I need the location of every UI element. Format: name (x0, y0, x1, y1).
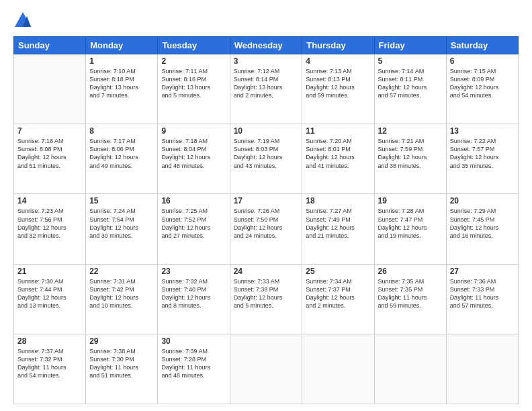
calendar-cell: 4Sunrise: 7:13 AM Sunset: 8:13 PM Daylig… (302, 54, 374, 124)
day-info: Sunrise: 7:12 AM Sunset: 8:14 PM Dayligh… (234, 67, 299, 100)
day-info: Sunrise: 7:13 AM Sunset: 8:13 PM Dayligh… (306, 67, 370, 100)
day-info: Sunrise: 7:15 AM Sunset: 8:09 PM Dayligh… (450, 67, 515, 100)
day-number: 18 (306, 196, 370, 205)
day-number: 12 (378, 126, 443, 136)
day-info: Sunrise: 7:11 AM Sunset: 8:16 PM Dayligh… (161, 67, 226, 100)
day-number: 24 (234, 267, 299, 276)
day-info: Sunrise: 7:18 AM Sunset: 8:04 PM Dayligh… (161, 137, 226, 170)
day-info: Sunrise: 7:27 AM Sunset: 7:49 PM Dayligh… (306, 207, 370, 240)
day-info: Sunrise: 7:33 AM Sunset: 7:38 PM Dayligh… (234, 277, 299, 310)
day-info: Sunrise: 7:22 AM Sunset: 7:57 PM Dayligh… (450, 137, 515, 170)
calendar-cell: 16Sunrise: 7:25 AM Sunset: 7:52 PM Dayli… (158, 194, 230, 264)
calendar-cell: 1Sunrise: 7:10 AM Sunset: 8:18 PM Daylig… (86, 54, 158, 124)
day-info: Sunrise: 7:19 AM Sunset: 8:03 PM Dayligh… (234, 137, 299, 170)
day-number: 30 (161, 336, 226, 346)
calendar-week-3: 14Sunrise: 7:23 AM Sunset: 7:56 PM Dayli… (14, 194, 519, 264)
calendar-cell: 23Sunrise: 7:32 AM Sunset: 7:40 PM Dayli… (158, 264, 230, 334)
day-info: Sunrise: 7:38 AM Sunset: 7:30 PM Dayligh… (89, 347, 154, 380)
day-number: 4 (306, 56, 370, 66)
day-info: Sunrise: 7:14 AM Sunset: 8:11 PM Dayligh… (378, 67, 443, 100)
calendar-week-4: 21Sunrise: 7:30 AM Sunset: 7:44 PM Dayli… (14, 264, 519, 334)
day-number: 5 (378, 56, 443, 66)
day-number: 21 (17, 267, 82, 276)
calendar-cell: 22Sunrise: 7:31 AM Sunset: 7:42 PM Dayli… (86, 264, 158, 334)
calendar-cell: 3Sunrise: 7:12 AM Sunset: 8:14 PM Daylig… (230, 54, 302, 124)
day-info: Sunrise: 7:23 AM Sunset: 7:56 PM Dayligh… (17, 207, 82, 240)
day-info: Sunrise: 7:37 AM Sunset: 7:32 PM Dayligh… (17, 347, 82, 380)
day-number: 1 (89, 56, 154, 66)
calendar-cell: 8Sunrise: 7:17 AM Sunset: 8:06 PM Daylig… (86, 124, 158, 194)
calendar-cell: 9Sunrise: 7:18 AM Sunset: 8:04 PM Daylig… (158, 124, 230, 194)
day-info: Sunrise: 7:30 AM Sunset: 7:44 PM Dayligh… (17, 277, 82, 310)
calendar-cell: 14Sunrise: 7:23 AM Sunset: 7:56 PM Dayli… (14, 194, 86, 264)
day-number: 17 (234, 196, 299, 205)
calendar-cell: 20Sunrise: 7:29 AM Sunset: 7:45 PM Dayli… (446, 194, 518, 264)
calendar-header-row: SundayMondayTuesdayWednesdayThursdayFrid… (14, 37, 519, 54)
day-info: Sunrise: 7:21 AM Sunset: 7:59 PM Dayligh… (378, 137, 443, 170)
weekday-header-tuesday: Tuesday (158, 37, 230, 54)
calendar-week-1: 1Sunrise: 7:10 AM Sunset: 8:18 PM Daylig… (14, 54, 519, 124)
day-number: 11 (306, 126, 370, 136)
day-number: 7 (17, 126, 82, 136)
calendar-cell: 6Sunrise: 7:15 AM Sunset: 8:09 PM Daylig… (446, 54, 518, 124)
day-number: 9 (161, 126, 226, 136)
calendar-cell: 15Sunrise: 7:24 AM Sunset: 7:54 PM Dayli… (86, 194, 158, 264)
calendar-cell: 21Sunrise: 7:30 AM Sunset: 7:44 PM Dayli… (14, 264, 86, 334)
calendar-cell: 13Sunrise: 7:22 AM Sunset: 7:57 PM Dayli… (446, 124, 518, 194)
day-number: 28 (17, 336, 82, 346)
calendar-week-2: 7Sunrise: 7:16 AM Sunset: 8:08 PM Daylig… (14, 124, 519, 194)
calendar-cell (230, 334, 302, 404)
calendar-cell: 7Sunrise: 7:16 AM Sunset: 8:08 PM Daylig… (14, 124, 86, 194)
calendar-table: SundayMondayTuesdayWednesdayThursdayFrid… (13, 36, 519, 404)
day-info: Sunrise: 7:26 AM Sunset: 7:50 PM Dayligh… (234, 207, 299, 240)
day-number: 16 (161, 196, 226, 205)
day-info: Sunrise: 7:39 AM Sunset: 7:28 PM Dayligh… (161, 347, 226, 380)
day-info: Sunrise: 7:35 AM Sunset: 7:35 PM Dayligh… (378, 277, 443, 310)
day-info: Sunrise: 7:16 AM Sunset: 8:08 PM Dayligh… (17, 137, 82, 170)
day-number: 15 (89, 196, 154, 205)
header (13, 11, 519, 30)
day-info: Sunrise: 7:28 AM Sunset: 7:47 PM Dayligh… (378, 207, 443, 240)
day-number: 25 (306, 267, 370, 276)
day-info: Sunrise: 7:25 AM Sunset: 7:52 PM Dayligh… (161, 207, 226, 240)
calendar-cell: 29Sunrise: 7:38 AM Sunset: 7:30 PM Dayli… (86, 334, 158, 404)
day-info: Sunrise: 7:29 AM Sunset: 7:45 PM Dayligh… (450, 207, 515, 240)
weekday-header-thursday: Thursday (302, 37, 374, 54)
calendar-cell: 30Sunrise: 7:39 AM Sunset: 7:28 PM Dayli… (158, 334, 230, 404)
day-number: 20 (450, 196, 515, 205)
calendar-cell: 2Sunrise: 7:11 AM Sunset: 8:16 PM Daylig… (158, 54, 230, 124)
logo-icon (13, 11, 32, 30)
day-number: 8 (89, 126, 154, 136)
calendar-week-5: 28Sunrise: 7:37 AM Sunset: 7:32 PM Dayli… (14, 334, 519, 404)
weekday-header-friday: Friday (374, 37, 446, 54)
calendar-cell: 10Sunrise: 7:19 AM Sunset: 8:03 PM Dayli… (230, 124, 302, 194)
day-number: 26 (378, 267, 443, 276)
day-number: 23 (161, 267, 226, 276)
day-info: Sunrise: 7:34 AM Sunset: 7:37 PM Dayligh… (306, 277, 370, 310)
day-number: 14 (17, 196, 82, 205)
calendar-cell: 27Sunrise: 7:36 AM Sunset: 7:33 PM Dayli… (446, 264, 518, 334)
calendar-cell: 18Sunrise: 7:27 AM Sunset: 7:49 PM Dayli… (302, 194, 374, 264)
weekday-header-monday: Monday (86, 37, 158, 54)
day-number: 29 (89, 336, 154, 346)
day-info: Sunrise: 7:36 AM Sunset: 7:33 PM Dayligh… (450, 277, 515, 310)
day-number: 6 (450, 56, 515, 66)
day-info: Sunrise: 7:24 AM Sunset: 7:54 PM Dayligh… (89, 207, 154, 240)
day-info: Sunrise: 7:17 AM Sunset: 8:06 PM Dayligh… (89, 137, 154, 170)
day-number: 10 (234, 126, 299, 136)
weekday-header-sunday: Sunday (14, 37, 86, 54)
calendar-cell (302, 334, 374, 404)
calendar-cell: 17Sunrise: 7:26 AM Sunset: 7:50 PM Dayli… (230, 194, 302, 264)
day-number: 2 (161, 56, 226, 66)
calendar-cell: 26Sunrise: 7:35 AM Sunset: 7:35 PM Dayli… (374, 264, 446, 334)
calendar-cell: 5Sunrise: 7:14 AM Sunset: 8:11 PM Daylig… (374, 54, 446, 124)
weekday-header-wednesday: Wednesday (230, 37, 302, 54)
calendar-cell (374, 334, 446, 404)
weekday-header-saturday: Saturday (446, 37, 518, 54)
page: SundayMondayTuesdayWednesdayThursdayFrid… (0, 0, 532, 411)
calendar-cell: 19Sunrise: 7:28 AM Sunset: 7:47 PM Dayli… (374, 194, 446, 264)
day-info: Sunrise: 7:31 AM Sunset: 7:42 PM Dayligh… (89, 277, 154, 310)
calendar-cell: 12Sunrise: 7:21 AM Sunset: 7:59 PM Dayli… (374, 124, 446, 194)
day-info: Sunrise: 7:20 AM Sunset: 8:01 PM Dayligh… (306, 137, 370, 170)
day-number: 22 (89, 267, 154, 276)
